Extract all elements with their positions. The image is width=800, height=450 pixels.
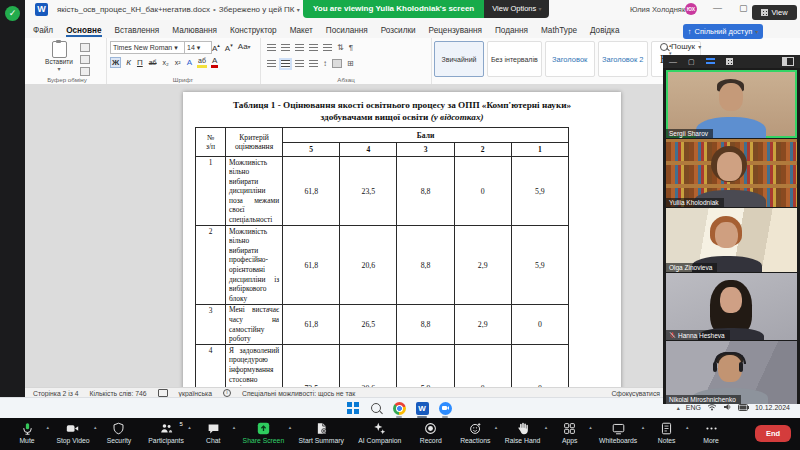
chevron-up-icon[interactable]: ▴ [589, 424, 592, 430]
view-options-button[interactable]: View Options ▾ [484, 0, 549, 18]
participant-video[interactable]: Hanna Hesheva [666, 273, 797, 340]
ribbon-tab[interactable]: Посилання [326, 26, 368, 35]
restore-button[interactable]: ▢ [739, 3, 748, 13]
participant-video[interactable]: Sergii Sharov [666, 70, 797, 138]
zoom-toolbar-button[interactable]: ▴ Whiteboards [599, 422, 637, 444]
chevron-up-icon[interactable]: ▴ [545, 424, 548, 430]
italic-button[interactable]: К [125, 58, 132, 67]
word-count[interactable]: Кількість слів: 746 [90, 390, 147, 397]
highlight-button[interactable]: аб [197, 57, 207, 68]
zoom-toolbar-button[interactable]: ▴ Stop Video [56, 422, 89, 444]
gallery-grid-layout-icon[interactable] [726, 58, 733, 65]
page-indicator[interactable]: Сторінка 2 із 4 [33, 390, 79, 397]
zoom-toolbar-button[interactable]: ▴ More [696, 422, 726, 444]
ribbon-tab[interactable]: Основне [66, 26, 101, 35]
zoom-toolbar-button[interactable]: ▴ Start Summary [299, 422, 344, 444]
align-left-icon[interactable] [267, 60, 276, 68]
chevron-up-icon[interactable]: ▴ [495, 424, 498, 430]
taskbar-chrome[interactable] [392, 401, 406, 415]
chevron-up-icon[interactable]: ▴ [188, 424, 191, 430]
superscript-button[interactable]: х² [174, 59, 182, 66]
zoom-toolbar-button[interactable]: ▴ Chat [198, 422, 228, 444]
participant-video[interactable]: Olga Zinovieva [666, 208, 797, 272]
style-gallery-item[interactable]: Заголовок 2 [598, 41, 648, 77]
zoom-toolbar-button[interactable]: 5 ▴ Participants [148, 422, 184, 444]
taskbar-search[interactable] [369, 401, 383, 415]
expand-panel-icon[interactable]: ▢ [688, 58, 695, 66]
copy-icon[interactable] [80, 55, 90, 64]
subscript-button[interactable]: х₂ [162, 59, 170, 66]
ribbon-tab[interactable]: Конструктор [230, 26, 277, 35]
minimize-button[interactable]: — [713, 3, 722, 13]
underline-button[interactable]: П [136, 58, 144, 67]
proofing-icon[interactable] [158, 389, 168, 397]
font-size-combo[interactable]: 14 ▾ [184, 41, 212, 54]
zoom-toolbar-button[interactable]: ▴ Share Screen [243, 422, 285, 444]
account-name[interactable]: Юлия Холодняк [630, 5, 685, 14]
minimize-panel-icon[interactable]: — [669, 57, 677, 66]
document-title[interactable]: якість_осв_процес_КН_бак+негатив.docx•Зб… [57, 5, 300, 14]
pilcrow-icon[interactable]: ¶ [349, 43, 353, 52]
text-effects-button[interactable]: А [186, 58, 193, 67]
taskbar-word[interactable]: W [415, 401, 429, 415]
style-gallery-item[interactable]: Звичайний [434, 41, 484, 77]
style-gallery-item[interactable]: Без інтервалів [487, 41, 542, 77]
bullet-list-icon[interactable] [267, 44, 276, 52]
focus-button[interactable]: Сфокусуватися [611, 390, 660, 397]
chevron-up-icon[interactable]: ▴ [94, 424, 97, 430]
start-button[interactable] [346, 401, 360, 415]
format-painter-icon[interactable] [80, 67, 90, 76]
word-share-button[interactable]: ↑ Спільний доступ ▾ [683, 24, 763, 39]
style-gallery-item[interactable]: Заголовок [545, 41, 595, 77]
chevron-up-icon[interactable]: ▴ [233, 424, 236, 430]
ribbon-tab[interactable]: MathType [541, 26, 577, 35]
ribbon-tab[interactable]: Подання [495, 26, 528, 35]
tray-language[interactable]: ENG [686, 404, 701, 411]
speaker-view-icon[interactable] [782, 57, 794, 66]
zoom-toolbar-button[interactable]: ▴ Mute [12, 422, 42, 444]
participant-video[interactable]: Nikolai Miroshnichenko [666, 341, 797, 404]
change-case-button[interactable]: Аа▾ [238, 42, 251, 53]
align-right-icon[interactable] [295, 60, 304, 68]
font-name-combo[interactable]: Times New Roman ▾ [110, 41, 186, 54]
paste-button[interactable]: Вставити ▾ [44, 41, 74, 72]
status-check-icon[interactable]: ✓ [5, 6, 20, 21]
zoom-toolbar-button[interactable]: ▴ Security [104, 422, 134, 444]
battery-icon[interactable] [738, 404, 749, 411]
chevron-up-icon[interactable]: ▴ [686, 424, 689, 430]
shading-icon[interactable] [332, 59, 342, 68]
language-indicator[interactable]: українська [179, 390, 212, 397]
ribbon-tab[interactable]: Малювання [172, 26, 217, 35]
gallery-strip-layout-icon[interactable] [706, 58, 715, 65]
ribbon-tab[interactable]: Макет [290, 26, 313, 35]
align-center-icon[interactable] [281, 60, 290, 68]
zoom-toolbar-button[interactable]: ▴ Apps [555, 422, 585, 444]
line-spacing-icon[interactable]: ↕ [323, 59, 327, 68]
participant-video[interactable]: Yuliia Kholodniak [666, 139, 797, 207]
sort-icon[interactable]: ⇅ [337, 43, 344, 52]
font-color-button[interactable]: А [211, 57, 218, 68]
ribbon-tab[interactable]: Довідка [590, 26, 619, 35]
zoom-toolbar-button[interactable]: ▴ AI Companion [358, 422, 401, 444]
tray-date[interactable]: 10.12.2024 [755, 404, 790, 411]
taskbar-zoom[interactable] [438, 401, 452, 415]
wifi-icon[interactable] [707, 403, 717, 411]
shrink-font-button[interactable]: А▾ [225, 42, 233, 53]
accessibility-status[interactable]: Спеціальні можливості: щось не так [242, 390, 355, 397]
zoom-toolbar-button[interactable]: ▴ Raise Hand [505, 422, 541, 444]
volume-icon[interactable] [723, 403, 732, 411]
zoom-toolbar-button[interactable]: ▴ Notes [652, 422, 682, 444]
zoom-toolbar-button[interactable]: ▴ Record [416, 422, 446, 444]
ribbon-tab[interactable]: Файл [33, 26, 53, 35]
decrease-indent-icon[interactable] [309, 44, 318, 52]
chevron-up-icon[interactable]: ▴ [46, 424, 49, 430]
increase-indent-icon[interactable] [323, 44, 332, 52]
search-button[interactable]: Пошук ▾ [660, 42, 701, 51]
document-page[interactable]: Таблиця 1 - Оцінювання якості освітнього… [183, 92, 621, 387]
hidden-icons-chevron[interactable]: ▴ [677, 404, 680, 411]
bold-button[interactable]: Ж [110, 57, 121, 68]
justify-icon[interactable] [309, 60, 318, 68]
chevron-up-icon[interactable]: ▴ [289, 424, 292, 430]
cut-icon[interactable] [80, 43, 90, 52]
ribbon-tab[interactable]: Рецензування [429, 26, 482, 35]
